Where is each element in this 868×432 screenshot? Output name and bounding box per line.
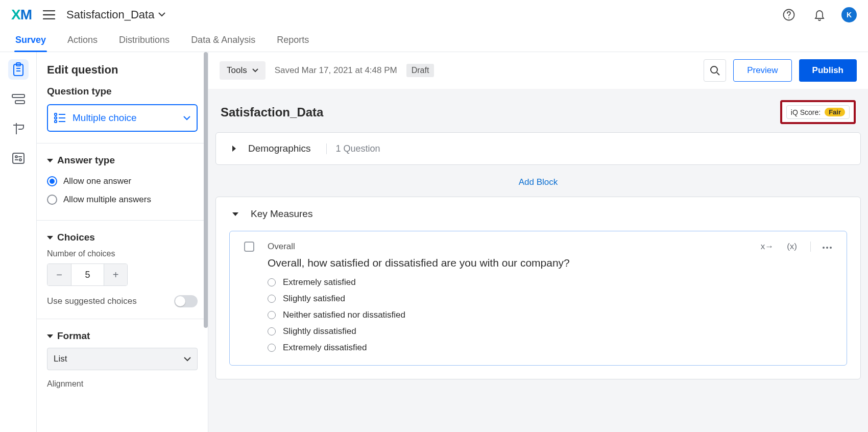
format-select[interactable]: List [47, 348, 198, 370]
divider [37, 319, 208, 319]
choices-count-label: Number of choices [47, 249, 198, 258]
survey-canvas: Satisfaction_Data iQ Score: Fair Demogra… [208, 89, 868, 432]
stepper-increment[interactable]: + [104, 264, 127, 285]
choice-list: Extremely satisfied Slightly satisfied N… [268, 277, 832, 353]
project-name: Satisfaction_Data [66, 8, 154, 21]
question-type-selector[interactable]: Multiple choice [47, 104, 198, 132]
publish-button[interactable]: Publish [799, 59, 857, 82]
radio-allow-multiple[interactable]: Allow multiple answers [47, 190, 198, 209]
rail-look-feel-icon[interactable] [8, 118, 29, 139]
block-title: Demographics [248, 143, 311, 154]
question-type-heading: Question type [47, 86, 198, 97]
stepper-value: 5 [71, 264, 104, 285]
chevron-down-icon [184, 357, 191, 362]
radio-icon [268, 311, 276, 319]
multiple-choice-icon [54, 113, 65, 123]
choice-item[interactable]: Extremely dissatisfied [268, 343, 832, 353]
block-question-count: 1 Question [326, 143, 380, 154]
xm-logo: XM [11, 7, 32, 23]
choice-item[interactable]: Slightly satisfied [268, 294, 832, 304]
question-type-value: Multiple choice [73, 112, 137, 124]
caret-down-icon [232, 212, 238, 216]
question-checkbox[interactable] [244, 242, 254, 252]
survey-title: Satisfaction_Data [221, 105, 323, 119]
rail-flow-icon[interactable] [8, 89, 29, 109]
rail-options-icon[interactable] [8, 148, 29, 169]
caret-down-icon [47, 159, 53, 162]
caret-down-icon [47, 334, 53, 338]
canvas-toolbar: Tools Saved Mar 17, 2021 at 4:48 PM Draf… [208, 52, 868, 89]
add-block-link[interactable]: Add Block [215, 172, 861, 197]
radio-allow-one[interactable]: Allow one answer [47, 172, 198, 190]
stepper-decrement[interactable]: − [47, 264, 71, 285]
scrollbar[interactable] [204, 52, 208, 432]
suggested-choices-label: Use suggested choices [47, 296, 137, 306]
avatar[interactable]: K [841, 7, 857, 22]
tab-reports[interactable]: Reports [276, 35, 310, 52]
caret-right-icon [232, 146, 236, 152]
radio-icon [47, 176, 57, 186]
top-bar: XM Satisfaction_Data K [0, 0, 868, 30]
preview-button[interactable]: Preview [733, 59, 791, 82]
question-text[interactable]: Overall, how satisfied or dissatisfied a… [268, 257, 832, 269]
svg-point-25 [826, 247, 828, 249]
svg-point-26 [830, 247, 832, 249]
tab-data-analysis[interactable]: Data & Analysis [190, 35, 256, 52]
svg-point-12 [15, 156, 17, 158]
block-header[interactable]: Key Measures [216, 197, 860, 228]
suggested-choices-toggle[interactable] [174, 295, 198, 307]
svg-rect-11 [13, 153, 24, 163]
choice-item[interactable]: Neither satisfied nor dissatisfied [268, 310, 832, 320]
search-icon [710, 65, 720, 76]
svg-point-20 [55, 121, 57, 123]
hamburger-icon[interactable] [43, 10, 55, 19]
divider [37, 220, 208, 221]
chevron-down-icon [158, 12, 165, 17]
chevron-down-icon [252, 68, 258, 73]
notifications-icon[interactable] [811, 6, 828, 23]
svg-point-18 [55, 117, 57, 119]
block-demographics[interactable]: Demographics 1 Question [215, 132, 861, 165]
tab-actions[interactable]: Actions [66, 35, 99, 52]
radio-icon [268, 344, 276, 352]
divider [37, 143, 208, 143]
piped-text-icon[interactable]: (x) [787, 242, 797, 252]
saved-timestamp: Saved Mar 17, 2021 at 4:48 PM [275, 65, 397, 76]
choice-item[interactable]: Extremely satisfied [268, 277, 832, 287]
block-key-measures: Key Measures Overall x→ (x) [215, 197, 861, 379]
question-label: Overall [268, 242, 295, 252]
draft-badge: Draft [406, 64, 435, 77]
alignment-label: Alignment [47, 379, 198, 389]
help-icon[interactable] [780, 6, 798, 23]
choices-stepper: − 5 + [47, 263, 128, 286]
rail-edit-icon[interactable] [8, 59, 29, 80]
format-toggle[interactable]: Format [47, 330, 198, 342]
svg-point-4 [788, 17, 789, 18]
skip-logic-icon[interactable]: x→ [761, 242, 774, 252]
svg-point-16 [55, 113, 57, 115]
edit-question-panel: Edit question Question type Multiple cho… [37, 52, 208, 432]
search-button[interactable] [704, 59, 726, 82]
iq-score-highlight: iQ Score: Fair [780, 100, 856, 124]
iq-score-button[interactable]: iQ Score: Fair [786, 105, 850, 119]
tab-distributions[interactable]: Distributions [118, 35, 171, 52]
tools-menu[interactable]: Tools [220, 61, 266, 80]
radio-icon [268, 278, 276, 286]
answer-type-toggle[interactable]: Answer type [47, 155, 198, 166]
question-card[interactable]: Overall x→ (x) Overall, how satisfied or… [229, 231, 847, 366]
tab-survey[interactable]: Survey [14, 35, 47, 52]
question-more-icon[interactable] [810, 242, 832, 252]
project-switcher[interactable]: Satisfaction_Data [66, 8, 165, 21]
svg-rect-9 [12, 94, 25, 98]
iq-score-label: iQ Score: [791, 108, 821, 116]
chevron-down-icon [183, 116, 190, 121]
main-tabs: Survey Actions Distributions Data & Anal… [0, 30, 868, 52]
choices-toggle[interactable]: Choices [47, 232, 198, 243]
choice-item[interactable]: Slightly dissatisfied [268, 326, 832, 337]
radio-icon [268, 295, 276, 303]
svg-point-22 [711, 66, 717, 73]
svg-point-24 [823, 247, 825, 249]
svg-point-14 [19, 159, 21, 161]
panel-title: Edit question [47, 63, 198, 77]
block-title: Key Measures [251, 208, 312, 220]
